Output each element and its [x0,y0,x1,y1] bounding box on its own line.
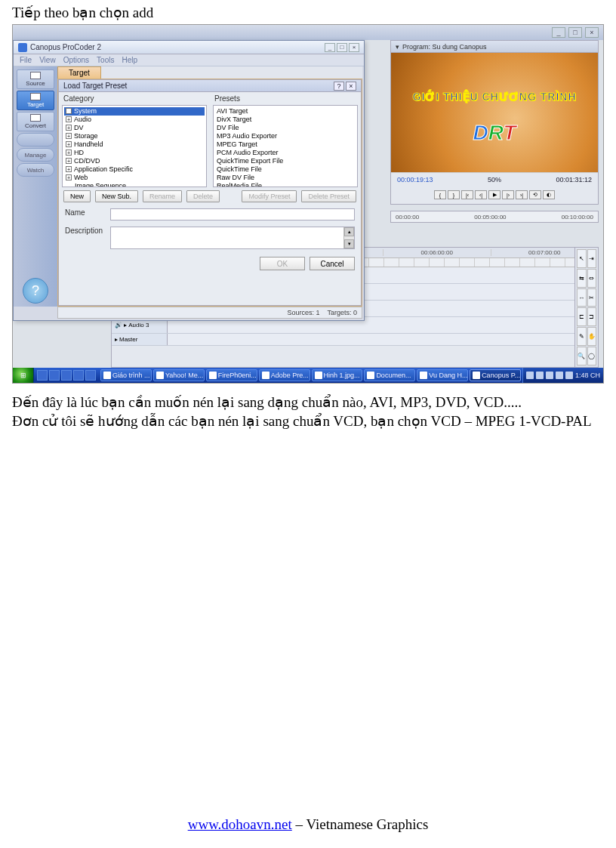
taskbar-item[interactable]: Hinh 1.jpg... [312,369,363,381]
razor-tool-icon[interactable]: ✂ [587,288,597,307]
delete-button[interactable]: Delete [186,190,220,202]
tree-item[interactable]: Image Sequence [64,182,205,187]
ql-icon[interactable] [85,370,96,381]
menu-options[interactable]: Options [63,56,89,64]
loop-button[interactable]: ⟲ [529,190,541,199]
help-icon[interactable]: ? [23,278,48,304]
presets-list[interactable]: AVI TargetDivX TargetDV FileMP3 Audio Ex… [213,105,358,187]
track-select-tool-icon[interactable]: ⇥ [587,249,597,268]
goto-out-button[interactable]: ›| [516,190,528,199]
jog-button[interactable]: ◐ [543,190,555,199]
preset-item[interactable]: Raw DV File [215,174,356,182]
ripple-tool-icon[interactable]: ⇆ [577,269,587,288]
cancel-button[interactable]: Cancel [310,257,355,270]
rename-button[interactable]: Rename [143,190,182,202]
hand-tool-icon[interactable]: ✋ [587,327,597,346]
taskbar-item[interactable]: Adobe Pre... [259,369,310,381]
name-input[interactable] [110,208,355,220]
menu-view[interactable]: View [39,56,56,64]
taskbar-item[interactable]: Documen... [364,369,415,381]
track-content[interactable] [168,334,598,345]
close-icon[interactable]: × [349,43,359,52]
taskbar-item[interactable]: Canopus P... [470,369,521,381]
sidebar-btn[interactable] [17,133,54,146]
sidebar-target[interactable]: Target [17,91,54,110]
dialog-titlebar[interactable]: Load Target Preset ?× [59,80,361,92]
new-button[interactable]: New [63,190,91,202]
sidebar-convert[interactable]: Convert [17,112,54,131]
mark-in-button[interactable]: { [434,190,446,199]
menu-file[interactable]: File [20,56,32,64]
help-icon[interactable]: ? [334,82,344,91]
play-button[interactable]: ▶ [488,190,500,199]
pen-tool-icon[interactable]: ✎ [577,327,587,346]
tree-item[interactable]: +Web [64,174,205,182]
step-fwd-button[interactable]: |› [502,190,514,199]
zoom-tool-icon[interactable]: 🔍 [577,347,587,365]
start-button[interactable]: ⊞ [13,368,34,383]
mark-out-button[interactable]: } [448,190,460,199]
ok-button[interactable]: OK [260,257,305,270]
preset-item[interactable]: MPEG Target [215,140,356,149]
maximize-icon[interactable]: □ [568,27,582,38]
rate-tool-icon[interactable]: ↔ [577,288,587,307]
sidebar-source[interactable]: Source [17,69,54,89]
ql-icon[interactable] [61,370,72,381]
preset-item[interactable]: DV File [215,124,356,132]
tree-item[interactable]: +CD/DVD [64,157,205,165]
taskbar-item[interactable]: Yahoo! Me... [153,369,205,381]
preset-item[interactable]: DivX Target [215,116,356,124]
maximize-icon[interactable]: □ [337,43,347,52]
slide-tool-icon[interactable]: ⊐ [587,307,597,326]
scroll-down-icon[interactable]: ▾ [344,239,354,248]
ql-icon[interactable] [49,370,60,381]
tray-icon[interactable] [536,372,544,379]
close-icon[interactable]: × [346,82,356,91]
menu-help[interactable]: Help [122,56,137,64]
tree-item[interactable]: +HD [64,149,205,157]
tray-icon[interactable] [546,372,553,379]
tool-icon[interactable]: ◯ [587,347,597,365]
tray-icon[interactable] [556,372,563,379]
ql-icon[interactable] [37,370,48,381]
preset-item[interactable]: MP3 Audio Exporter [215,132,356,140]
step-back-button[interactable]: ‹| [475,190,487,199]
taskbar-item[interactable]: Vu Dang H... [417,369,468,381]
preset-item[interactable]: RealMedia File [215,182,356,187]
tree-item[interactable]: +Storage [64,132,205,140]
new-sub-button[interactable]: New Sub. [95,190,138,202]
sidebar-manage[interactable]: Manage [17,148,54,162]
tree-item[interactable]: +Handheld [64,140,205,149]
category-tree[interactable]: -System+Audio+DV+Storage+Handheld+HD+CD/… [62,105,207,187]
sidebar-watch[interactable]: Watch [17,163,54,177]
minimize-icon[interactable]: _ [552,27,565,38]
taskbar-item[interactable]: FirePh0eni... [206,369,257,381]
description-textarea[interactable]: ▴▾ [110,227,355,249]
minimize-icon[interactable]: _ [325,43,335,52]
preset-item[interactable]: QuickTime Export File [215,157,356,165]
close-icon[interactable]: × [585,27,599,38]
tray-icon[interactable] [526,372,534,379]
preset-item[interactable]: PCM Audio Exporter [215,149,356,157]
preset-item[interactable]: AVI Target [215,107,356,116]
procoder-titlebar[interactable]: Canopus ProCoder 2 _ □ × [14,41,364,54]
zoom-level[interactable]: 50% [488,176,501,183]
menu-tools[interactable]: Tools [97,56,114,64]
preset-item[interactable]: QuickTime File [215,165,356,174]
delete-preset-button[interactable]: Delete Preset [301,190,356,202]
taskbar-item[interactable]: Giáo trình ... [100,369,152,381]
tree-item[interactable]: -System [64,107,205,116]
tab-target[interactable]: Target [57,66,101,79]
selection-tool-icon[interactable]: ↖ [577,249,587,268]
tree-item[interactable]: +Application Specific [64,165,205,174]
tree-item[interactable]: +Audio [64,116,205,124]
tree-item[interactable]: +DV [64,124,205,132]
track-label[interactable]: ▸ Master [112,334,168,345]
scroll-up-icon[interactable]: ▴ [344,227,354,236]
modify-preset-button[interactable]: Modify Preset [242,190,297,202]
tray-icon[interactable] [565,372,573,379]
footer-link[interactable]: www.dohoavn.net [188,816,292,832]
ql-icon[interactable] [73,370,84,381]
rolling-tool-icon[interactable]: ⇔ [587,269,597,288]
goto-in-button[interactable]: |‹ [461,190,473,199]
